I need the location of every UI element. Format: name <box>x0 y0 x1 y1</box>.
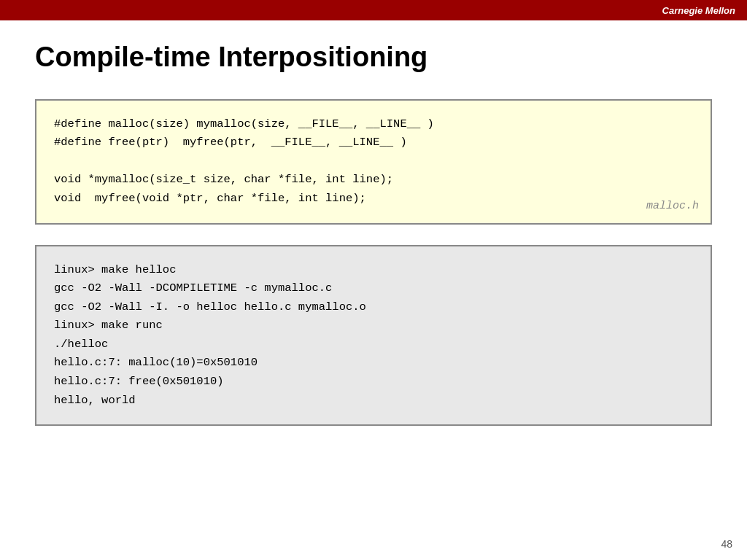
top-bar: Carnegie Mellon <box>0 0 747 20</box>
main-content: Compile-time Interpositioning #define ma… <box>0 20 747 461</box>
slide-title: Compile-time Interpositioning <box>35 42 712 73</box>
brand-label: Carnegie Mellon <box>662 5 735 16</box>
page-number: 48 <box>721 538 732 550</box>
code-box-malloc-h: #define malloc(size) mymalloc(size, __FI… <box>35 99 712 225</box>
code-content-malloc-h: #define malloc(size) mymalloc(size, __FI… <box>54 115 693 209</box>
file-label-malloc-h: malloc.h <box>646 198 699 216</box>
code-box-terminal: linux> make helloc gcc -O2 -Wall -DCOMPI… <box>35 245 712 427</box>
code-content-terminal: linux> make helloc gcc -O2 -Wall -DCOMPI… <box>54 261 693 411</box>
